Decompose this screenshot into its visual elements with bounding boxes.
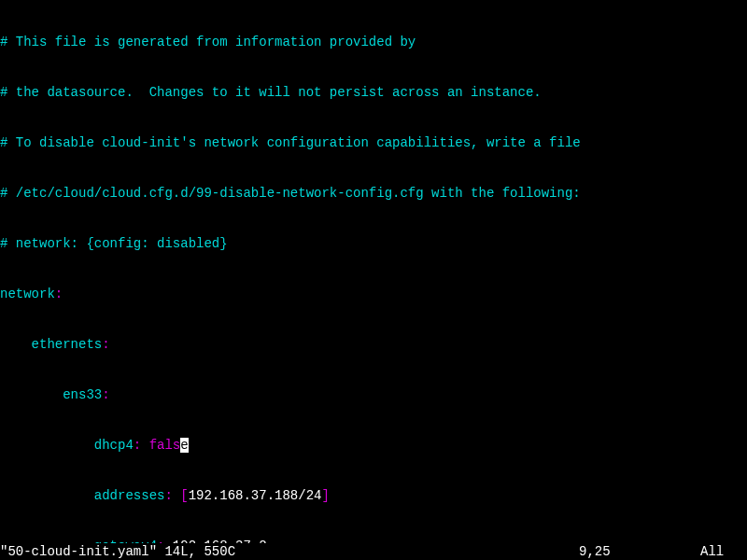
yaml-addresses: addresses: [192.168.37.188/24] <box>0 487 747 504</box>
yaml-ens33: ens33: <box>0 386 747 403</box>
comment-line-2: # the datasource. Changes to it will not… <box>0 84 747 101</box>
status-position: 9,25 <box>579 543 700 560</box>
status-filename: "50-cloud-init.yaml" 14L, 550C <box>0 543 579 560</box>
status-scroll: All <box>700 543 747 560</box>
comment-line-1: # This file is generated from informatio… <box>0 34 747 50</box>
comment-line-3: # To disable cloud-init's network config… <box>0 134 747 151</box>
yaml-dhcp4: dhcp4: false <box>0 437 747 454</box>
vim-terminal[interactable]: # This file is generated from informatio… <box>0 0 747 560</box>
yaml-network: network: <box>0 286 747 302</box>
comment-line-4: # /etc/cloud/cloud.cfg.d/99-disable-netw… <box>0 185 747 202</box>
vim-status-bar: "50-cloud-init.yaml" 14L, 550C 9,25 All <box>0 543 747 560</box>
cursor: e <box>180 438 188 453</box>
comment-line-5: # network: {config: disabled} <box>0 235 747 252</box>
yaml-ethernets: ethernets: <box>0 336 747 353</box>
